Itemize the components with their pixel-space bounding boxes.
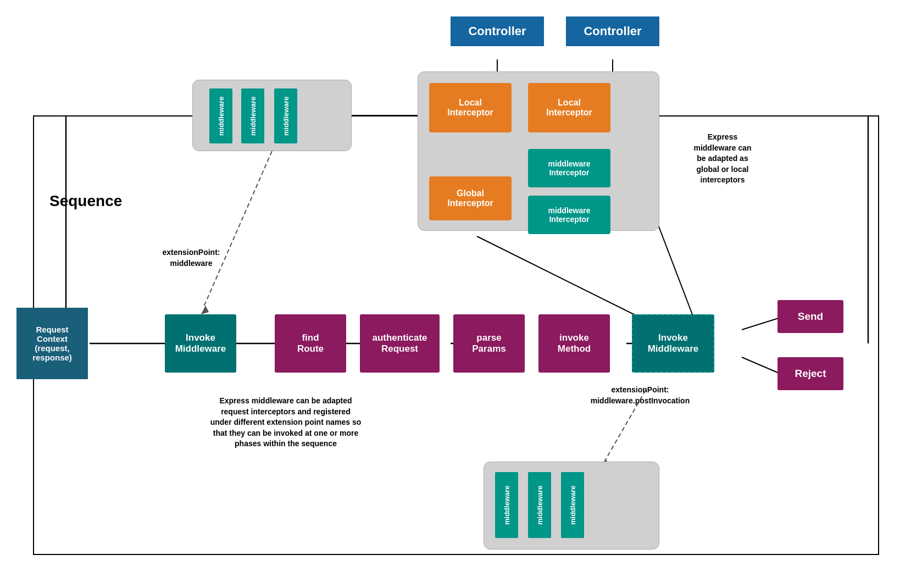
middleware-bottom-2: middleware — [528, 472, 551, 538]
middleware-group-bottom: middleware middleware middleware — [484, 462, 659, 550]
middleware-bottom-3: middleware — [561, 472, 584, 538]
controller-box-2: Controller — [566, 16, 659, 46]
invoke-middleware-left: Invoke Middleware — [165, 314, 236, 373]
local-interceptor-2: Local Interceptor — [528, 83, 610, 132]
express-interceptors-label: Express middleware can be adapted as glo… — [670, 132, 775, 186]
interceptors-group: Local Interceptor Local Interceptor midd… — [418, 71, 659, 231]
controller-box-1: Controller — [451, 16, 544, 46]
invoke-middleware-right: Invoke Middleware — [632, 314, 714, 373]
middleware-bottom-1: middleware — [495, 472, 518, 538]
reject-box: Reject — [777, 357, 843, 390]
middleware-item-3: middleware — [274, 88, 297, 143]
diagram-container: Sequence Controller Controller middlewar… — [0, 0, 911, 588]
find-route-box: find Route — [275, 314, 346, 373]
global-interceptor: Global Interceptor — [429, 176, 512, 220]
middleware-interceptor-2: middleware Interceptor — [528, 196, 610, 234]
middleware-group-top-left: middleware middleware middleware — [192, 80, 352, 151]
invoke-method-box: invoke Method — [538, 314, 610, 373]
extension-point-post-label: extensionPoint: middleware.postInvocatio… — [577, 385, 703, 406]
middleware-interceptor-1: middleware Interceptor — [528, 149, 610, 187]
middleware-item-1: middleware — [209, 88, 232, 143]
middleware-item-2: middleware — [241, 88, 264, 143]
express-middleware-note: Express middleware can be adapted reques… — [154, 396, 418, 450]
authenticate-request-box: authenticate Request — [360, 314, 440, 373]
local-interceptor-1: Local Interceptor — [429, 83, 512, 132]
send-box: Send — [777, 300, 843, 333]
extension-point-middleware-label: extensionPoint: middleware — [147, 247, 235, 269]
parse-params-box: parse Params — [453, 314, 525, 373]
sequence-label: Sequence — [49, 192, 122, 210]
request-context-box: Request Context (request, response) — [16, 308, 88, 379]
